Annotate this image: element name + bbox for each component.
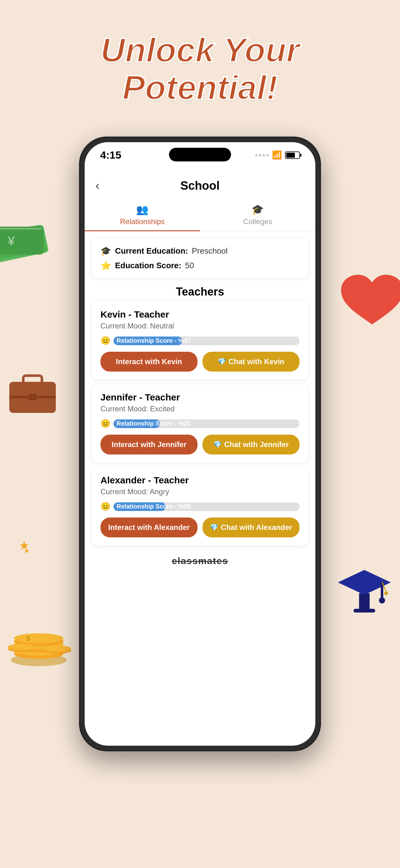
tab-relationships[interactable]: 👥 Relationships <box>85 198 200 231</box>
graduation-decoration <box>335 564 394 617</box>
status-time: 4:15 <box>100 149 121 161</box>
phone-frame: 4:15 📶 ‹ School 👥 <box>79 136 321 751</box>
svg-point-28 <box>43 645 71 652</box>
teacher-card-kevin: Kevin - Teacher Current Mood: Neutral 😐 … <box>92 301 308 380</box>
alexander-progress-label: Relationship Score - %28 <box>116 503 191 510</box>
alexander-chat-icon: 💎 <box>210 523 218 531</box>
signal-icon <box>255 154 269 156</box>
kevin-progress-label: Relationship Score - %37 <box>116 337 191 344</box>
kevin-interact-button[interactable]: Interact with Kevin <box>100 352 198 372</box>
teacher-card-alexander: Alexander - Teacher Current Mood: Angry … <box>92 467 308 546</box>
relationships-icon: 👥 <box>136 204 148 215</box>
stars-decoration <box>15 539 34 564</box>
svg-rect-2 <box>0 227 43 254</box>
jennifer-chat-label: Chat with Jennifer <box>224 440 289 449</box>
tab-colleges[interactable]: 🎓 Colleges <box>200 198 315 231</box>
briefcase-decoration <box>6 366 59 416</box>
kevin-progress-fill: Relationship Score - %37 <box>113 337 182 345</box>
coins-decoration: $ <box>3 601 74 666</box>
alexander-progress-container: 😐 Relationship Score - %28 <box>100 502 300 511</box>
svg-rect-4 <box>0 228 42 229</box>
svg-point-26 <box>8 644 36 650</box>
education-icon: 🎓 <box>100 246 111 256</box>
svg-rect-11 <box>354 609 375 613</box>
heart-decoration <box>338 270 400 332</box>
kevin-chat-button[interactable]: 💎 Chat with Kevin <box>202 352 300 372</box>
nav-header: ‹ School <box>85 174 315 198</box>
alexander-chat-button[interactable]: 💎 Chat with Alexander <box>202 518 300 537</box>
battery-icon <box>285 152 300 159</box>
education-value: Preschool <box>192 246 228 256</box>
dynamic-island <box>169 148 231 161</box>
education-label: Current Education: <box>115 246 188 256</box>
svg-point-14 <box>379 597 385 603</box>
alexander-chat-label: Chat with Alexander <box>221 523 292 532</box>
jennifer-mood: Current Mood: Excited <box>100 404 300 413</box>
alexander-mood: Current Mood: Angry <box>100 487 300 496</box>
alexander-progress-bar: Relationship Score - %28 <box>113 502 300 511</box>
jennifer-progress-fill: Relationship Score - %25 <box>113 420 160 428</box>
svg-point-16 <box>384 591 388 595</box>
kevin-chat-icon: 💎 <box>218 358 226 366</box>
colleges-icon: 🎓 <box>252 204 264 215</box>
relationships-label: Relationships <box>120 217 165 226</box>
svg-marker-30 <box>24 548 29 553</box>
jennifer-chat-icon: 💎 <box>213 440 222 448</box>
kevin-progress-container: 😐 Relationship Score - %37 <box>100 336 300 345</box>
kevin-progress-emoji: 😐 <box>100 336 110 345</box>
score-row: ⭐ Education Score: 50 <box>100 260 300 271</box>
kevin-progress-bar: Relationship Score - %37 <box>113 337 300 345</box>
back-button[interactable]: ‹ <box>96 179 100 192</box>
phone-screen: 4:15 📶 ‹ School 👥 <box>85 142 315 746</box>
education-info-card: 🎓 Current Education: Preschool ⭐ Educati… <box>92 238 308 278</box>
jennifer-progress-label: Relationship Score - %25 <box>116 420 191 427</box>
alexander-interact-button[interactable]: Interact with Alexander <box>100 518 198 537</box>
kevin-btn-row: Interact with Kevin 💎 Chat with Kevin <box>100 352 300 372</box>
teachers-section-title: Teachers <box>85 285 315 298</box>
score-value: 50 <box>185 261 194 270</box>
jennifer-btn-row: Interact with Jennifer 💎 Chat with Jenni… <box>100 435 300 455</box>
money-decoration: ¥ <box>0 217 53 267</box>
svg-rect-10 <box>359 593 370 610</box>
svg-text:$: $ <box>26 634 30 642</box>
colleges-label: Colleges <box>243 217 272 226</box>
svg-rect-8 <box>29 394 37 400</box>
svg-marker-29 <box>20 541 29 550</box>
kevin-name: Kevin - Teacher <box>100 309 300 320</box>
svg-point-23 <box>14 633 64 643</box>
kevin-mood: Current Mood: Neutral <box>100 321 300 330</box>
kevin-chat-label: Chat with Kevin <box>229 357 284 366</box>
jennifer-progress-emoji: 😐 <box>100 419 110 428</box>
score-label: Education Score: <box>115 261 181 270</box>
alexander-btn-row: Interact with Alexander 💎 Chat with Alex… <box>100 518 300 537</box>
jennifer-chat-button[interactable]: 💎 Chat with Jennifer <box>202 435 300 455</box>
screen-title: School <box>180 179 220 192</box>
svg-text:¥: ¥ <box>7 234 15 248</box>
jennifer-name: Jennifer - Teacher <box>100 392 300 403</box>
jennifer-progress-bar: Relationship Score - %25 <box>113 420 300 428</box>
alexander-progress-emoji: 😐 <box>100 502 110 511</box>
alexander-name: Alexander - Teacher <box>100 475 300 486</box>
status-icons: 📶 <box>255 150 300 160</box>
screen-content: 🎓 Current Education: Preschool ⭐ Educati… <box>85 231 315 746</box>
jennifer-interact-button[interactable]: Interact with Jennifer <box>100 435 198 455</box>
alexander-progress-fill: Relationship Score - %28 <box>113 502 166 511</box>
watermark: classmates <box>85 550 315 572</box>
wifi-icon: 📶 <box>272 150 282 160</box>
education-row: 🎓 Current Education: Preschool <box>100 246 300 256</box>
tabs-container: 👥 Relationships 🎓 Colleges <box>85 198 315 231</box>
jennifer-progress-container: 😐 Relationship Score - %25 <box>100 419 300 428</box>
score-icon: ⭐ <box>100 260 111 271</box>
teacher-card-jennifer: Jennifer - Teacher Current Mood: Excited… <box>92 384 308 463</box>
hero-title: Unlock Your Potential! <box>0 31 400 106</box>
